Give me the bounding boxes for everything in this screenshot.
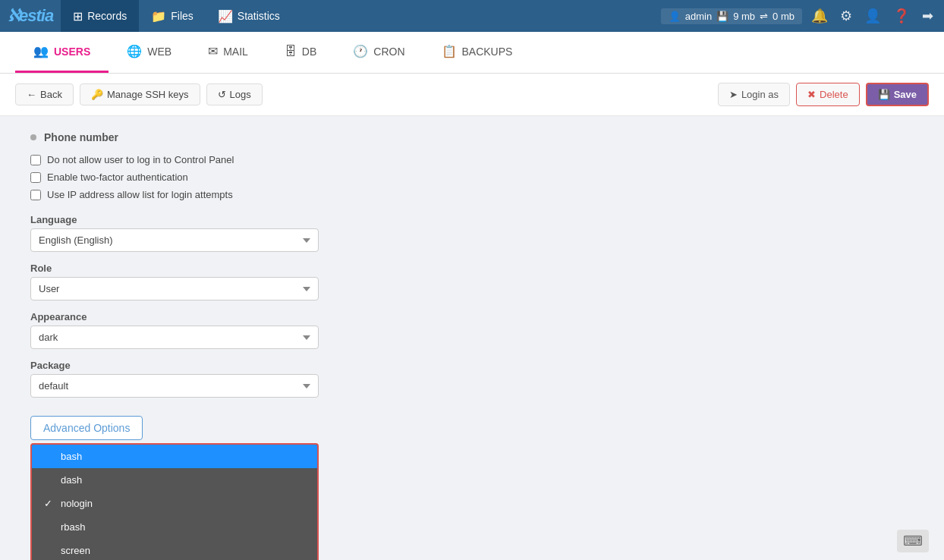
key-icon: 🔑 — [91, 89, 103, 100]
keyboard-icon: ⌨ — [897, 530, 929, 552]
logs-icon: ↺ — [218, 89, 226, 100]
logo-text: ℵest — [8, 6, 41, 25]
web-tab-icon: 🌐 — [127, 44, 142, 58]
logo: ℵestia — [8, 6, 53, 26]
shell-option-screen[interactable]: screen — [32, 539, 317, 560]
package-label: Package — [30, 360, 577, 371]
profile-icon[interactable]: 👤 — [861, 5, 884, 27]
checkbox-ip-allow-label: Use IP address allow list for login atte… — [47, 189, 233, 200]
topnav-links: ⊞ Records 📁 Files 📈 Statistics — [61, 0, 661, 32]
logout-icon[interactable]: ➡ — [919, 5, 936, 27]
save-icon: 💾 — [878, 89, 890, 100]
login-as-button[interactable]: ➤ Login as — [718, 83, 790, 106]
role-label: Role — [30, 263, 577, 274]
back-label: Back — [40, 89, 62, 100]
settings-icon[interactable]: ⚙ — [837, 5, 855, 27]
advanced-label: Advanced Options — [43, 422, 130, 434]
package-section: Package default — [30, 360, 577, 398]
checkbox-two-factor-input[interactable] — [30, 172, 41, 183]
shell-rbash-label: rbash — [61, 521, 86, 533]
appearance-select[interactable]: dark light — [30, 326, 319, 349]
delete-button[interactable]: ✖ Delete — [796, 83, 860, 106]
shell-bash-label: bash — [61, 451, 82, 462]
nav-files[interactable]: 📁 Files — [139, 0, 206, 32]
tab-users[interactable]: 👥 USERS — [15, 32, 109, 73]
shell-option-dash[interactable]: dash — [32, 468, 317, 492]
advanced-options-button[interactable]: Advanced Options — [30, 416, 143, 440]
disk-usage: 9 mb — [733, 11, 755, 22]
tab-cron[interactable]: 🕐 CRON — [335, 32, 423, 73]
role-select[interactable]: User Administrator — [30, 277, 319, 300]
disk-icon: 💾 — [716, 11, 728, 22]
checkbox-ip-allow[interactable]: Use IP address allow list for login atte… — [30, 189, 577, 200]
check-rbash — [44, 521, 56, 533]
nav-records[interactable]: ⊞ Records — [61, 0, 139, 32]
topnav: ℵestia ⊞ Records 📁 Files 📈 Statistics 👤 … — [0, 0, 944, 32]
shell-option-bash[interactable]: bash — [32, 445, 317, 468]
tab-web-label: WEB — [147, 46, 171, 58]
tab-web[interactable]: 🌐 WEB — [109, 32, 190, 73]
cron-tab-icon: 🕐 — [353, 44, 368, 58]
language-select[interactable]: English (English) French (Français) Germ… — [30, 228, 319, 252]
shell-dropdown: bash dash ✓ nologin rbash screen sh — [30, 443, 319, 560]
save-button[interactable]: 💾 Save — [866, 83, 929, 106]
logs-button[interactable]: ↺ Logs — [206, 83, 263, 105]
login-label: Login as — [741, 89, 779, 100]
tab-backups[interactable]: 📋 BACKUPS — [423, 32, 531, 73]
checkbox-no-cp-label: Do not allow user to log in to Control P… — [47, 154, 234, 165]
shell-screen-label: screen — [61, 545, 90, 556]
nav-statistics-label: Statistics — [238, 10, 280, 22]
logo-accent: ia — [41, 6, 53, 25]
tab-cron-label: CRON — [373, 46, 404, 58]
shell-option-nologin[interactable]: ✓ nologin — [32, 492, 317, 515]
ssh-label: Manage SSH keys — [107, 89, 189, 100]
tab-users-label: USERS — [54, 46, 90, 58]
checkbox-ip-allow-input[interactable] — [30, 190, 41, 200]
help-icon[interactable]: ❓ — [890, 5, 913, 27]
checkbox-group: Do not allow user to log in to Control P… — [30, 154, 577, 200]
manage-ssh-button[interactable]: 🔑 Manage SSH keys — [80, 83, 200, 105]
db-tab-icon: 🗄 — [285, 45, 297, 58]
language-section: Language English (English) French (Franç… — [30, 214, 577, 252]
tab-db[interactable]: 🗄 DB — [266, 33, 335, 73]
notifications-icon[interactable]: 🔔 — [808, 5, 831, 27]
nav-files-label: Files — [171, 10, 194, 22]
action-bar-right: ➤ Login as ✖ Delete 💾 Save — [718, 83, 929, 106]
checkbox-no-cp[interactable]: Do not allow user to log in to Control P… — [30, 154, 577, 165]
shell-option-rbash[interactable]: rbash — [32, 515, 317, 539]
username: admin — [685, 11, 712, 22]
delete-icon: ✖ — [807, 89, 816, 100]
records-icon: ⊞ — [73, 9, 83, 24]
nav-records-label: Records — [87, 10, 127, 22]
user-info: 👤 admin 💾 9 mb ⇌ 0 mb — [661, 8, 802, 24]
logs-label: Logs — [230, 89, 251, 100]
package-select[interactable]: default — [30, 374, 319, 398]
back-button[interactable]: ← Back — [15, 83, 74, 105]
shell-dash-label: dash — [61, 474, 82, 486]
mail-tab-icon: ✉ — [208, 44, 218, 58]
tab-mail[interactable]: ✉ MAIL — [190, 32, 266, 73]
check-screen — [44, 545, 56, 556]
tab-backups-label: BACKUPS — [462, 46, 513, 58]
language-label: Language — [30, 214, 577, 225]
tab-mail-label: MAIL — [223, 46, 248, 58]
bullet-icon — [30, 134, 36, 140]
checkbox-two-factor[interactable]: Enable two-factor authentication — [30, 171, 577, 183]
bandwidth-icon: ⇌ — [760, 11, 768, 22]
appearance-section: Appearance dark light — [30, 311, 577, 349]
users-tab-icon: 👥 — [33, 44, 49, 58]
tab-db-label: DB — [302, 46, 316, 58]
checkbox-two-factor-label: Enable two-factor authentication — [47, 171, 188, 183]
user-icon: 👤 — [669, 11, 681, 22]
backups-tab-icon: 📋 — [442, 44, 457, 58]
checkbox-no-cp-input[interactable] — [30, 155, 41, 165]
stats-icon: 📈 — [218, 9, 233, 24]
login-icon: ➤ — [729, 89, 738, 100]
phone-field-label: Phone number — [30, 131, 577, 143]
topnav-right: 👤 admin 💾 9 mb ⇌ 0 mb 🔔 ⚙ 👤 ❓ ➡ — [661, 5, 936, 27]
back-icon: ← — [27, 89, 36, 100]
role-section: Role User Administrator — [30, 263, 577, 300]
action-bar: ← Back 🔑 Manage SSH keys ↺ Logs ➤ Login … — [0, 74, 944, 116]
nav-statistics[interactable]: 📈 Statistics — [206, 0, 292, 32]
check-nologin: ✓ — [44, 498, 56, 509]
